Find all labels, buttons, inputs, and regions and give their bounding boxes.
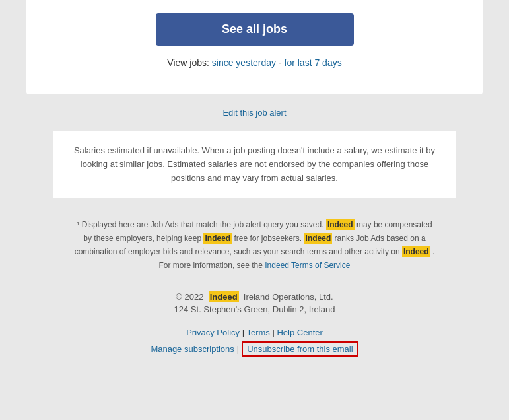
help-center-link[interactable]: Help Center <box>277 328 322 337</box>
page-wrapper: See all jobs View jobs: since yesterday … <box>0 0 509 370</box>
dash-separator: - <box>279 57 285 68</box>
footer-section: Edit this job alert Salaries estimated i… <box>0 94 509 370</box>
manage-separator: | <box>237 344 239 354</box>
manage-row: Manage subscriptions | Unsubscribe from … <box>26 341 483 357</box>
view-jobs-line: View jobs: since yesterday - for last 7 … <box>46 57 463 68</box>
copyright-rest: Ireland Operations, Ltd. <box>244 292 333 302</box>
salary-disclaimer: Salaries estimated if unavailable. When … <box>53 131 456 198</box>
indeed-highlight-3: Indeed <box>304 233 333 244</box>
address-line: 124 St. Stephen's Green, Dublin 2, Irela… <box>26 304 483 314</box>
unsubscribe-link[interactable]: Unsubscribe from this email <box>242 341 358 357</box>
job-ads-text-part3: free for jobseekers. <box>234 234 302 243</box>
indeed-highlight-4: Indeed <box>402 246 430 257</box>
copyright-line: © 2022 Indeed Ireland Operations, Ltd. <box>26 292 483 302</box>
view-jobs-prefix: View jobs: <box>167 57 209 68</box>
links-row: Privacy Policy | Terms | Help Center <box>26 328 483 337</box>
see-all-jobs-button[interactable]: See all jobs <box>156 13 354 46</box>
indeed-highlight-2: Indeed <box>203 233 232 244</box>
manage-subscriptions-link[interactable]: Manage subscriptions <box>151 344 234 354</box>
main-card: See all jobs View jobs: since yesterday … <box>26 0 483 94</box>
address-text: 124 St. Stephen's Green, Dublin 2, Irela… <box>174 304 335 314</box>
copyright-indeed: Indeed <box>209 291 239 302</box>
job-ads-text-part1: ¹ Displayed here are Job Ads that match … <box>77 220 323 229</box>
salary-disclaimer-text: Salaries estimated if unavailable. When … <box>74 145 435 183</box>
since-yesterday-link[interactable]: since yesterday <box>212 57 276 68</box>
edit-job-alert-link[interactable]: Edit this job alert <box>26 108 483 118</box>
last-7-days-link[interactable]: for last 7 days <box>285 57 342 68</box>
copyright-symbol: © 2022 <box>176 292 203 302</box>
job-ads-disclaimer: ¹ Displayed here are Job Ads that match … <box>53 211 456 279</box>
terms-link[interactable]: Terms <box>246 328 269 337</box>
indeed-highlight-1: Indeed <box>326 219 355 230</box>
indeed-terms-link[interactable]: Indeed Terms of Service <box>265 261 350 270</box>
privacy-policy-link[interactable]: Privacy Policy <box>186 328 240 337</box>
